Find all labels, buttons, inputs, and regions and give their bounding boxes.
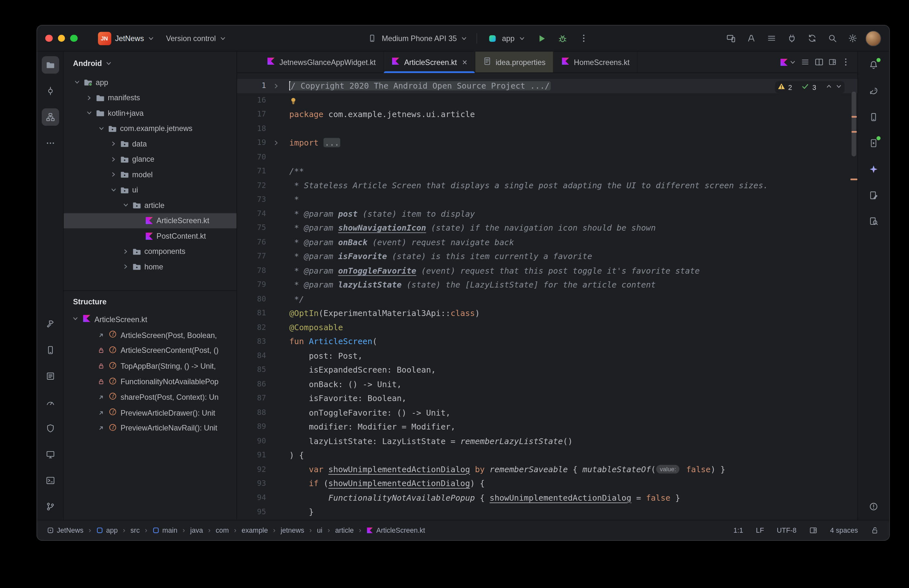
breadcrumb-jetnews[interactable]: JetNews <box>45 525 86 536</box>
file-encoding[interactable]: UTF-8 <box>777 526 796 534</box>
breadcrumb-src[interactable]: src <box>129 525 141 536</box>
chevron-right-icon[interactable] <box>84 94 94 102</box>
code-editor[interactable]: 1/ Copyright 2020 The Android Open Sourc… <box>237 73 857 520</box>
code-line-94[interactable]: 94 FunctionalityNotAvailablePopup { show… <box>237 491 857 505</box>
device-streaming-icon[interactable] <box>723 31 738 46</box>
editor-more-icon[interactable] <box>841 57 851 66</box>
structure-item-articlescreen[interactable]: fArticleScreen(Post, Boolean, <box>64 327 236 343</box>
code-line-76[interactable]: 76 * @param onBack (event) request navig… <box>237 235 857 249</box>
breadcrumb-articlescreen-kt[interactable]: ArticleScreen.kt <box>365 525 427 536</box>
structure-item-articlescreencontent[interactable]: fArticleScreenContent(Post, () <box>64 343 236 359</box>
code-line-86[interactable]: 86 onBack: () -> Unit, <box>237 377 857 391</box>
editor-list-icon[interactable] <box>801 57 810 66</box>
close-tab-icon[interactable]: × <box>462 57 467 67</box>
scrollbar-thumb[interactable] <box>851 92 856 157</box>
code-line-88[interactable]: 88 onToggleFavorite: () -> Unit, <box>237 405 857 420</box>
fold-chevron-icon[interactable] <box>271 79 289 93</box>
code-line-89[interactable]: 89 modifier: Modifier = Modifier, <box>237 420 857 434</box>
tree-item-app[interactable]: app <box>64 75 236 90</box>
breadcrumb-article[interactable]: article <box>334 525 355 536</box>
cursor-position[interactable]: 1:1 <box>733 526 743 534</box>
user-avatar[interactable] <box>865 31 881 46</box>
inspection-widget[interactable]: 23 <box>775 81 844 94</box>
layout-inspector-icon[interactable] <box>865 187 883 204</box>
chevron-right-icon[interactable] <box>108 171 119 178</box>
preview-layout-icon[interactable] <box>828 58 836 66</box>
breadcrumb-com[interactable]: com <box>214 525 230 536</box>
code-line-93[interactable]: 93 if (showUnimplementedActionDialog) { <box>237 477 857 491</box>
tree-item-components[interactable]: components <box>64 244 236 259</box>
structure-item-previewarticlenavrail[interactable]: fPreviewArticleNavRail(): Unit <box>64 420 236 436</box>
code-line-79[interactable]: 79 * @param lazyListState (state) the [L… <box>237 278 857 292</box>
app-quality-insights-icon[interactable] <box>41 420 59 437</box>
run-configuration-selector[interactable]: app <box>483 30 529 46</box>
profiler-icon[interactable] <box>41 394 59 411</box>
code-line-81[interactable]: 81@OptIn(ExperimentalMaterial3Api::class… <box>237 306 857 320</box>
problems-icon[interactable] <box>865 498 883 515</box>
run-button[interactable] <box>534 31 550 46</box>
gradle-icon[interactable] <box>865 82 883 100</box>
code-line-80[interactable]: 80 */ <box>237 292 857 306</box>
code-line-95[interactable]: 95 } <box>237 505 857 519</box>
tree-item-kotlin-java[interactable]: kotlin+java <box>64 105 236 121</box>
settings-gear-icon[interactable] <box>845 31 861 46</box>
code-line-90[interactable]: 90 lazyListState: LazyListState = rememb… <box>237 434 857 448</box>
intention-bulb-icon[interactable] <box>289 96 297 105</box>
breadcrumb-main[interactable]: main <box>151 525 179 536</box>
next-problem-icon[interactable] <box>835 83 842 92</box>
chevron-down-icon[interactable] <box>121 202 131 209</box>
device-manager-icon[interactable] <box>865 108 883 126</box>
project-view-selector[interactable]: Android <box>64 52 236 75</box>
editor-scrollbar[interactable] <box>851 73 857 520</box>
tree-item-com-example-jetnews[interactable]: com.example.jetnews <box>64 121 236 136</box>
device-manager-icon[interactable] <box>41 341 59 359</box>
tree-item-articlescreen-kt[interactable]: ArticleScreen.kt <box>64 213 236 228</box>
chevron-right-icon[interactable] <box>121 263 131 270</box>
code-line-18[interactable]: 18 <box>237 121 857 136</box>
chevron-down-icon[interactable] <box>84 110 94 117</box>
code-line-87[interactable]: 87 isFavorite: Boolean, <box>237 391 857 405</box>
file-lock-icon[interactable] <box>871 526 879 534</box>
commit-icon[interactable] <box>41 82 59 100</box>
tree-item-article[interactable]: article <box>64 198 236 213</box>
tree-item-model[interactable]: model <box>64 167 236 182</box>
tree-item-ui[interactable]: ui <box>64 183 236 198</box>
code-line-85[interactable]: 85 isExpandedScreen: Boolean, <box>237 363 857 377</box>
code-line-91[interactable]: 91) { <box>237 448 857 462</box>
hidden-tabs-kotlin-icon[interactable] <box>780 58 796 66</box>
emulator-icon[interactable] <box>41 446 59 463</box>
debug-button[interactable] <box>555 31 570 46</box>
structure-item-functionalitynotavailablepop[interactable]: fFunctionalityNotAvailablePop <box>64 374 236 389</box>
device-selector[interactable]: Medium Phone API 35 <box>363 30 471 46</box>
more-tool-windows-icon[interactable] <box>41 134 59 152</box>
minimize-window-button[interactable] <box>58 35 65 42</box>
ai-assistant-icon[interactable] <box>744 31 759 46</box>
code-line-19[interactable]: 19import ... <box>237 136 857 150</box>
tab-articlescreen-kt[interactable]: ArticleScreen.kt× <box>384 52 476 73</box>
chevron-down-icon[interactable] <box>96 125 107 132</box>
breadcrumb-ui[interactable]: ui <box>315 525 324 536</box>
code-line-74[interactable]: 74 * @param post (state) item to display <box>237 207 857 221</box>
close-window-button[interactable] <box>45 35 52 42</box>
chevron-down-icon[interactable] <box>72 79 82 86</box>
breadcrumb-java[interactable]: java <box>189 525 205 536</box>
code-line-16[interactable]: 16 <box>237 93 857 107</box>
structure-item-sharepost[interactable]: fsharePost(Post, Context): Un <box>64 389 236 405</box>
split-editor-icon[interactable] <box>815 57 824 66</box>
app-inspection-icon[interactable] <box>865 213 883 230</box>
reader-mode-icon[interactable] <box>809 526 817 534</box>
structure-tool-icon[interactable] <box>41 108 59 126</box>
tab-homescreens-kt[interactable]: HomeScreens.kt <box>554 52 638 73</box>
structure-root-articlescreen-kt[interactable]: ArticleScreen.kt <box>64 312 236 327</box>
terminal-icon[interactable] <box>41 472 59 489</box>
code-line-82[interactable]: 82@Composable <box>237 320 857 334</box>
code-line-70[interactable]: 70 <box>237 150 857 164</box>
project-folder-icon[interactable] <box>41 56 59 74</box>
tab-idea-properties[interactable]: idea.properties <box>475 52 554 73</box>
chevron-down-icon[interactable] <box>108 187 119 194</box>
code-line-78[interactable]: 78 * @param onToggleFavorite (event) req… <box>237 263 857 278</box>
running-devices-icon[interactable] <box>865 134 883 152</box>
main-menu-icon[interactable] <box>764 31 779 46</box>
code-line-77[interactable]: 77 * @param isFavorite (state) is this i… <box>237 249 857 263</box>
logcat-icon[interactable] <box>41 367 59 385</box>
